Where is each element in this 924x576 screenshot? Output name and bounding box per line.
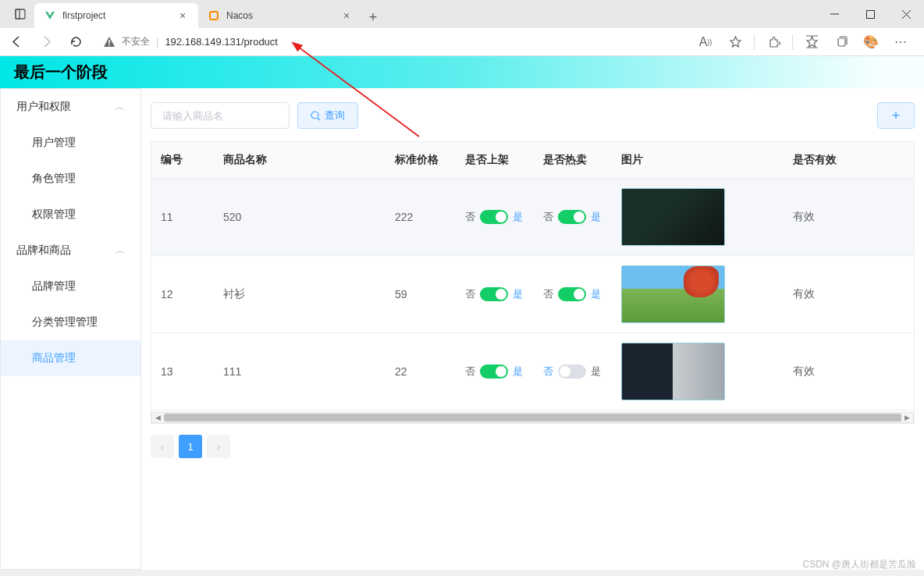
cell-name: 衬衫 — [214, 256, 386, 333]
cell-hot: 否是 — [534, 179, 612, 256]
cell-id: 13 — [151, 333, 214, 411]
cell-valid: 有效 — [784, 179, 914, 256]
sidebar-item[interactable]: 分类管理管理 — [1, 304, 140, 340]
url-text: 192.168.149.131/product — [165, 36, 278, 48]
tab-title: firstproject — [62, 10, 170, 21]
svg-rect-8 — [108, 44, 110, 46]
sidebar-item[interactable]: 品牌管理 — [1, 268, 140, 304]
tab-nacos[interactable]: Nacos× — [198, 3, 362, 28]
cell-img — [612, 256, 784, 333]
url-field[interactable]: 不安全 | 192.168.149.131/product — [92, 30, 688, 54]
svg-rect-7 — [108, 40, 110, 44]
tab-close-icon[interactable]: × — [340, 9, 353, 22]
header-hot: 是否热卖 — [534, 142, 612, 179]
chevron-up-icon: ︿ — [116, 101, 125, 114]
address-bar: 不安全 | 192.168.149.131/product A)) 🎨 ⋯ — [0, 28, 924, 56]
product-thumbnail[interactable] — [621, 265, 725, 323]
menu-group[interactable]: 品牌和商品︿ — [1, 233, 140, 268]
sidebar-item[interactable]: 角色管理 — [1, 161, 140, 197]
tab-close-icon[interactable]: × — [176, 9, 189, 22]
toggle-switch[interactable] — [480, 210, 508, 224]
extensions-icon[interactable] — [759, 29, 787, 55]
chevron-up-icon: ︿ — [116, 244, 125, 258]
maximize-button[interactable] — [852, 0, 888, 28]
tab-bar: firstproject×Nacos× + — [0, 0, 924, 28]
cell-price: 59 — [386, 256, 456, 333]
cell-listed: 否是 — [456, 256, 534, 333]
svg-rect-11 — [838, 38, 845, 46]
tab-title: Nacos — [226, 10, 334, 21]
header-img: 图片 — [612, 142, 784, 179]
svg-rect-2 — [210, 12, 218, 20]
sidebar-item[interactable]: 权限管理 — [1, 197, 140, 233]
sidebar-item[interactable]: 用户管理 — [1, 125, 140, 161]
add-button[interactable]: + — [877, 102, 915, 129]
horizontal-scrollbar[interactable]: ◀▶ — [151, 412, 914, 423]
toggle-switch[interactable] — [558, 210, 586, 224]
cell-id: 11 — [151, 179, 214, 256]
table-row: 11520222否是否是有效 — [151, 179, 914, 256]
toggle-switch[interactable] — [480, 287, 508, 301]
cell-valid: 有效 — [784, 256, 914, 333]
cell-hot: 否是 — [534, 333, 612, 411]
sync-icon[interactable]: 🎨 — [857, 29, 885, 55]
search-input[interactable] — [151, 102, 290, 129]
sidebar-item[interactable]: 商品管理 — [1, 340, 140, 376]
svg-rect-1 — [16, 9, 20, 19]
toolbar: 查询 — [151, 102, 915, 129]
toggle-switch[interactable] — [480, 364, 508, 379]
back-button[interactable] — [3, 29, 30, 55]
cell-img — [612, 179, 784, 256]
tab-overview-button[interactable] — [6, 0, 34, 28]
header-name: 商品名称 — [214, 142, 386, 179]
query-button[interactable]: 查询 — [297, 102, 358, 129]
pagination: ‹ 1 › — [151, 435, 915, 458]
search-icon — [311, 111, 321, 121]
product-thumbnail[interactable] — [621, 343, 725, 400]
cell-name: 111 — [214, 333, 386, 411]
cell-hot: 否是 — [534, 256, 612, 333]
favorites-bar-icon[interactable] — [798, 29, 826, 55]
toggle-switch[interactable] — [558, 364, 586, 379]
forward-button[interactable] — [33, 29, 59, 55]
cell-listed: 否是 — [456, 333, 534, 411]
menu-group[interactable]: 用户和权限︿ — [1, 89, 140, 125]
svg-point-12 — [311, 112, 318, 119]
cell-price: 222 — [386, 179, 456, 256]
svg-line-13 — [318, 118, 320, 120]
prev-page-button[interactable]: ‹ — [151, 435, 174, 458]
banner: 最后一个阶段 — [0, 56, 924, 88]
page-title: 最后一个阶段 — [14, 62, 108, 83]
cell-listed: 否是 — [456, 179, 534, 256]
cell-name: 520 — [214, 179, 386, 256]
reload-button[interactable] — [62, 29, 89, 55]
tab-firstproject[interactable]: firstproject× — [34, 3, 198, 28]
nacos-icon — [208, 9, 220, 22]
window-controls — [816, 0, 924, 28]
cell-id: 12 — [151, 256, 214, 333]
insecure-label: 不安全 — [122, 35, 150, 48]
next-page-button[interactable]: › — [207, 435, 230, 458]
header-listed: 是否上架 — [456, 142, 534, 179]
cell-img — [612, 333, 784, 411]
sidebar: 用户和权限︿用户管理角色管理权限管理品牌和商品︿品牌管理分类管理管理商品管理 — [0, 88, 141, 570]
product-thumbnail[interactable] — [621, 188, 725, 246]
close-button[interactable] — [888, 0, 924, 28]
main-content: 查询 + 编号 商品名称 标准价格 是否上架 是否热卖 图片 是否 — [141, 88, 924, 570]
read-aloud-icon[interactable]: A)) — [691, 29, 720, 55]
new-tab-button[interactable]: + — [362, 6, 384, 28]
page-1-button[interactable]: 1 — [179, 435, 202, 458]
vue-icon — [44, 9, 56, 22]
toggle-switch[interactable] — [558, 287, 586, 301]
minimize-button[interactable] — [816, 0, 852, 28]
collections-icon[interactable] — [827, 29, 855, 55]
product-table: 编号 商品名称 标准价格 是否上架 是否热卖 图片 是否有效 11520222否… — [151, 141, 915, 424]
warning-icon — [103, 36, 116, 48]
favorite-icon[interactable] — [721, 29, 749, 55]
table-row: 12衬衫59否是否是有效 — [151, 256, 914, 333]
cell-price: 22 — [386, 333, 456, 411]
header-id: 编号 — [151, 142, 214, 179]
menu-icon[interactable]: ⋯ — [887, 29, 915, 55]
watermark: CSDN @唐人街都是苦瓜脸 — [802, 558, 916, 571]
svg-rect-0 — [16, 9, 25, 19]
